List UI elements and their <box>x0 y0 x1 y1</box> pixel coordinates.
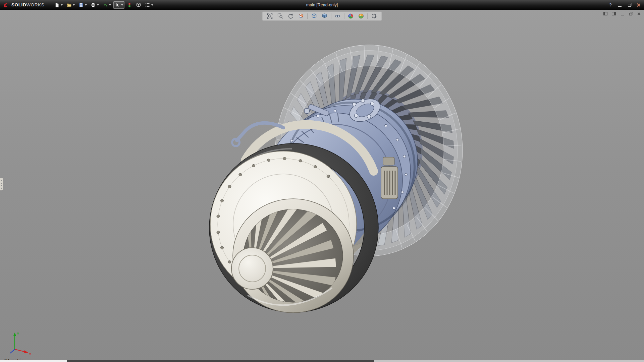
view-settings-gear-icon <box>371 13 377 19</box>
orientation-triad[interactable]: y x <box>5 330 35 357</box>
standard-toolbar <box>53 1 155 9</box>
close-window-button[interactable] <box>635 1 643 9</box>
scene-ball-icon <box>358 13 364 19</box>
display-style-cube-icon <box>322 13 328 19</box>
minimize-icon <box>621 15 624 15</box>
toolbar-separator <box>331 13 331 19</box>
view-orientation-button[interactable] <box>310 12 318 20</box>
heads-up-view-toolbar <box>262 11 382 21</box>
open-button[interactable] <box>65 1 76 9</box>
edit-appearance-button[interactable] <box>347 12 355 20</box>
minimize-window-button[interactable] <box>616 1 624 9</box>
restore-icon <box>628 4 631 7</box>
appearance-ball-icon <box>348 13 354 19</box>
toolbar-separator <box>308 13 308 19</box>
section-view-button[interactable] <box>297 12 305 20</box>
isolate-cube-icon <box>136 2 141 8</box>
status-segment <box>67 360 374 362</box>
minimize-icon <box>618 6 622 7</box>
print-button[interactable] <box>89 1 100 9</box>
options-button[interactable] <box>144 1 155 9</box>
dropdown-caret-icon <box>151 4 153 6</box>
selection-filter-button[interactable] <box>125 1 133 9</box>
shaft-hub[interactable] <box>231 248 273 289</box>
app-logo: SOLIDWORKS <box>0 0 48 10</box>
view-orientation-cube-icon <box>311 13 317 19</box>
dropdown-caret-icon <box>73 4 75 6</box>
x-axis-label: x <box>29 352 31 356</box>
toolbar-separator <box>344 13 344 19</box>
document-window-controls <box>602 11 642 16</box>
options-list-icon <box>145 2 150 8</box>
select-button[interactable] <box>113 1 124 9</box>
previous-view-icon <box>288 13 294 19</box>
show-left-pane-button[interactable] <box>602 11 608 16</box>
isolate-button[interactable] <box>135 1 143 9</box>
zoom-to-fit-button[interactable] <box>266 12 274 20</box>
save-button[interactable] <box>77 1 88 9</box>
new-document-button[interactable] <box>53 1 64 9</box>
y-axis-label: y <box>17 331 19 335</box>
display-style-button[interactable] <box>321 12 329 20</box>
left-pane-icon <box>603 12 607 15</box>
close-document-button[interactable] <box>636 11 642 16</box>
zoom-to-fit-icon <box>267 13 273 19</box>
status-bar-edge <box>0 360 644 362</box>
restore-icon <box>629 13 632 15</box>
select-cursor-icon <box>115 2 120 8</box>
apply-scene-button[interactable] <box>357 12 365 20</box>
graphics-area[interactable]: y x *Dimetric <box>0 10 644 362</box>
zoom-to-area-icon <box>277 13 283 19</box>
status-segment <box>0 360 67 362</box>
show-right-pane-button[interactable] <box>611 11 617 16</box>
dropdown-caret-icon <box>85 4 87 6</box>
close-icon <box>637 3 641 7</box>
print-icon <box>91 2 96 8</box>
solidworks-logo-icon <box>3 2 9 8</box>
toolbar-separator <box>368 13 368 19</box>
new-document-icon <box>54 2 60 8</box>
zoom-to-area-button[interactable] <box>276 12 284 20</box>
undo-icon <box>103 2 108 8</box>
minimize-document-button[interactable] <box>619 11 625 16</box>
dropdown-caret-icon <box>121 4 123 6</box>
right-pane-icon <box>612 12 616 15</box>
window-controls: ? <box>606 1 644 9</box>
help-button[interactable]: ? <box>606 1 614 9</box>
title-bar: SOLIDWORKS <box>0 0 644 10</box>
restore-window-button[interactable] <box>625 1 633 9</box>
app-name: SOLIDWORKS <box>11 2 44 7</box>
hide-show-items-button[interactable] <box>334 12 342 20</box>
selection-filter-icon <box>127 2 132 8</box>
dropdown-caret-icon <box>109 4 111 6</box>
z-axis <box>10 349 15 353</box>
undo-button[interactable] <box>101 1 112 9</box>
dropdown-caret-icon <box>61 4 63 6</box>
close-icon <box>637 12 641 15</box>
x-axis <box>15 349 25 352</box>
previous-view-button[interactable] <box>287 12 295 20</box>
section-view-icon <box>298 13 304 19</box>
save-icon <box>78 2 84 8</box>
restore-document-button[interactable] <box>628 11 634 16</box>
panel-splitter-handle[interactable] <box>0 177 3 191</box>
help-icon: ? <box>609 2 612 7</box>
solidworks-window: SOLIDWORKS <box>0 0 644 362</box>
dropdown-caret-icon <box>97 4 99 6</box>
open-folder-icon <box>66 2 72 8</box>
status-segment <box>374 360 644 362</box>
eye-icon <box>335 13 341 19</box>
view-settings-button[interactable] <box>370 12 378 20</box>
jet-engine-model[interactable] <box>0 10 644 362</box>
